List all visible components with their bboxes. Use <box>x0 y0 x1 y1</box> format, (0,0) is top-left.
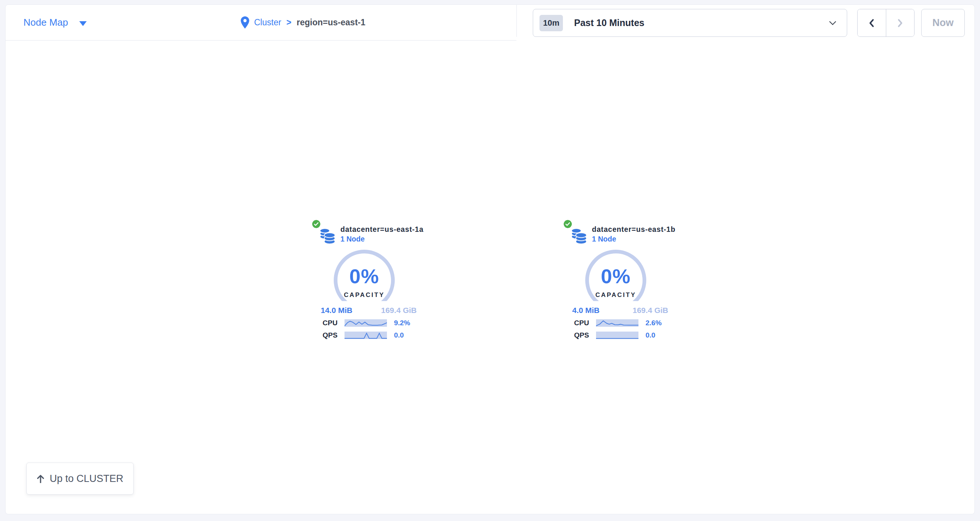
breadcrumb-separator: > <box>286 18 291 27</box>
metric-value: 9.2% <box>394 319 410 327</box>
breadcrumb-cluster-link[interactable]: Cluster <box>254 18 281 27</box>
time-nav-group <box>857 9 915 37</box>
capacity-gauge: 0% CAPACITY <box>327 249 401 301</box>
breadcrumb-current: region=us-east-1 <box>296 18 365 27</box>
header-divider-horizontal <box>6 40 516 41</box>
datacenter-card-header: datacenter=us-east-1b 1 Node <box>564 219 675 244</box>
metric-sparkline <box>596 319 638 327</box>
up-arrow-icon <box>37 474 45 483</box>
capacity-used: 4.0 MiB <box>572 306 600 315</box>
metric-label: QPS <box>323 331 345 339</box>
capacity-values-row: 14.0 MiB 169.4 GiB <box>321 306 417 315</box>
up-to-cluster-button[interactable]: Up to CLUSTER <box>26 462 134 495</box>
node-count: 1 Node <box>340 234 424 244</box>
capacity-label: CAPACITY <box>327 292 401 299</box>
capacity-label: CAPACITY <box>579 292 653 299</box>
metric-sparkline <box>345 319 387 327</box>
caret-down-icon <box>79 21 87 26</box>
status-ok-icon <box>312 220 320 228</box>
capacity-values-row: 4.0 MiB 169.4 GiB <box>572 306 668 315</box>
app-container: Node Map Cluster > region=us-east-1 10m … <box>5 5 975 514</box>
metric-row: QPS 0.0 <box>574 331 675 339</box>
location-pin-icon <box>240 16 250 29</box>
metric-label: QPS <box>574 331 596 339</box>
time-range-badge: 10m <box>539 15 563 31</box>
capacity-total: 169.4 GiB <box>633 306 668 315</box>
capacity-percentage: 0% <box>327 264 401 288</box>
up-button-label: Up to CLUSTER <box>49 473 123 484</box>
metric-value: 2.6% <box>646 319 662 327</box>
metric-label: CPU <box>574 319 596 327</box>
capacity-used: 14.0 MiB <box>321 306 352 315</box>
metric-sparkline <box>596 331 638 339</box>
capacity-total: 169.4 GiB <box>381 306 417 315</box>
datacenter-title: datacenter=us-east-1b <box>592 225 675 234</box>
datacenter-card-header: datacenter=us-east-1a 1 Node <box>312 219 424 244</box>
node-count: 1 Node <box>592 234 675 244</box>
metric-sparkline <box>345 331 387 339</box>
chevron-left-icon <box>867 17 877 29</box>
chevron-right-icon <box>895 17 905 29</box>
now-button[interactable]: Now <box>921 9 965 37</box>
time-next-button[interactable] <box>886 9 915 37</box>
database-stack-icon <box>571 227 587 244</box>
metric-row: QPS 0.0 <box>323 331 424 339</box>
breadcrumb: Cluster > region=us-east-1 <box>240 5 365 40</box>
chevron-down-icon <box>829 21 836 25</box>
header-divider-vertical <box>516 5 517 37</box>
time-prev-button[interactable] <box>858 9 886 37</box>
capacity-percentage: 0% <box>579 264 653 288</box>
datacenter-card[interactable]: datacenter=us-east-1a 1 Node 0% CAPACITY… <box>312 219 424 339</box>
metric-label: CPU <box>323 319 345 327</box>
time-range-selector[interactable]: 10m Past 10 Minutes <box>533 9 847 37</box>
datacenter-title: datacenter=us-east-1a <box>340 225 424 234</box>
header-bar: Node Map Cluster > region=us-east-1 10m … <box>6 5 974 40</box>
metric-row: CPU 9.2% <box>323 319 424 327</box>
view-selector-label: Node Map <box>24 17 68 28</box>
metric-row: CPU 2.6% <box>574 319 675 327</box>
status-ok-icon <box>564 220 572 228</box>
metric-value: 0.0 <box>394 331 404 339</box>
datacenter-card[interactable]: datacenter=us-east-1b 1 Node 0% CAPACITY… <box>564 219 675 339</box>
metric-value: 0.0 <box>646 331 655 339</box>
database-stack-icon <box>320 227 335 244</box>
time-range-label: Past 10 Minutes <box>574 18 644 28</box>
capacity-gauge: 0% CAPACITY <box>579 249 653 301</box>
view-selector-dropdown[interactable]: Node Map <box>24 5 87 40</box>
